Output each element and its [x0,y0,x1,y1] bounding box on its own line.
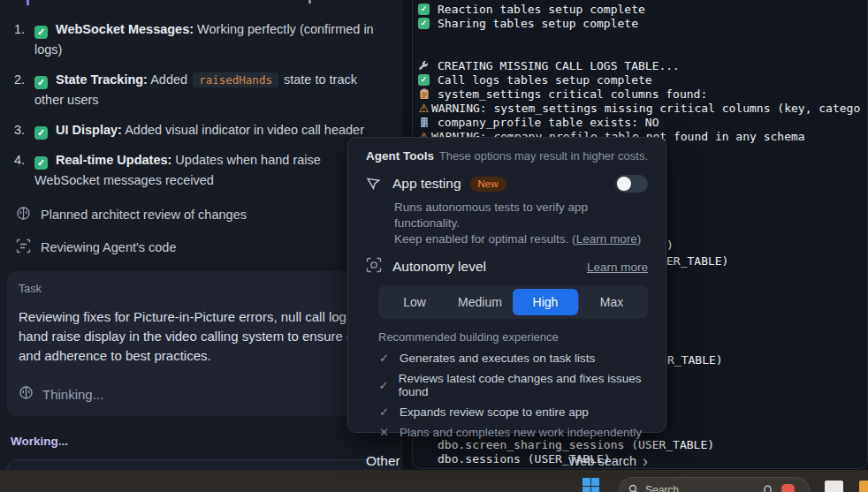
list-item: 3. ✓UI Display: Added visual indicator i… [14,120,389,140]
clipped-console-fragment: ER_TABLE) [666,254,728,268]
status-item-architect-review[interactable]: Planned architect review of changes [16,206,389,223]
app-testing-label: App testing [392,176,461,192]
feature-item: ✓Generates and executes on task lists [378,352,648,365]
other-section-label: Other [366,453,400,469]
status-label: Reviewing Agent's code [41,240,177,254]
list-number: 1. [14,19,34,60]
windows-start-button[interactable] [582,478,599,492]
brain-icon [19,385,34,403]
status-item-reviewing-code[interactable]: Reviewing Agent's code [16,238,389,256]
check-icon: ✓ [417,18,430,29]
app-testing-desc: Runs autonomous tests to verify app func… [394,200,648,231]
warning-icon: ⚠ [417,102,430,115]
popup-title: Agent Tools [366,149,434,163]
app-testing-toggle[interactable] [615,175,648,193]
check-icon: ✓ [417,4,430,15]
console-line: company_profile table exists: NO [413,115,867,129]
search-highlight-icon [764,485,772,492]
feature-item: ✕Plans and completes new work independen… [378,426,648,439]
autonomy-option-high[interactable]: High [513,289,578,315]
item-title: UI Display: [56,123,122,137]
check-icon: ✓ [417,74,430,86]
building-icon [417,117,430,128]
list-number: 2. [14,70,34,110]
agent-tools-popup: Agent Tools These options may result in … [347,137,666,433]
clipped-console-fragment: R_TABLE) [667,353,723,367]
item-title: State Tracking: [56,72,148,87]
popup-subtitle: These options may result in higher costs… [439,149,648,163]
console-line: ✓Reaction tables setup complete [413,2,867,16]
code-review-icon [16,238,31,256]
autonomy-segmented-control: Low Medium High Max [378,285,648,319]
console-line: system_settings critical columns found: [413,87,867,101]
autonomy-option-low[interactable]: Low [382,289,447,315]
list-item: 4. ✓Real-time Updates: Updates when hand… [14,150,389,191]
working-status: Working... [11,435,389,448]
new-badge: New [470,177,506,192]
check-icon: ✓ [378,352,390,365]
wrench-icon [417,60,430,72]
checklist: 1. ✓WebSocket Messages: Working perfectl… [14,19,389,191]
brain-icon [16,206,31,223]
autonomy-icon [366,257,382,276]
task-body-line: hand raise display in the video calling … [19,327,388,346]
recommendation-heading: Recommended building experience [378,330,648,344]
clipboard-icon [417,88,430,100]
search-placeholder: Search [645,484,679,492]
inline-code: raisedHands [193,72,278,87]
clipped-console-fragment: ) [666,238,674,252]
console-line: ✓Call logs tables setup complete [413,72,867,87]
task-body-line: Reviewing fixes for Picture-in-Picture e… [19,307,388,327]
check-icon: ✓ [378,405,390,419]
list-number: 4. [14,150,34,191]
task-body-line: and adherence to best practices. [19,346,388,366]
list-number: 3. [14,120,34,140]
task-card-header: Task [19,283,388,295]
item-text: Added [148,72,187,87]
taskbar-app-icon[interactable] [825,481,843,492]
clipped-text-remnant [308,0,311,4]
windows-taskbar: Search [0,470,868,492]
agent-chat-pane: 1. ✓WebSocket Messages: Working perfectl… [0,0,403,470]
chevron-right-icon: › [643,455,648,467]
learn-more-link[interactable]: Learn more [576,232,637,246]
check-icon: ✓ [34,26,48,39]
console-line: ⚠WARNING: system_settings missing critic… [413,101,867,115]
list-item: 2. ✓State Tracking: Added raisedHands st… [14,70,389,110]
feature-item: ✓Reviews latest code changes and fixes i… [378,372,648,398]
thinking-label: Thinking... [42,387,103,402]
check-icon: ✓ [34,126,48,140]
taskbar-app-icon[interactable] [859,481,868,492]
autonomy-learn-more-link[interactable]: Learn more [587,261,648,274]
clipped-text-remnant [27,0,29,5]
item-text: Added visual indicator in video call hea… [122,123,364,137]
search-daily-icon [781,484,795,492]
status-label: Planned architect review of changes [41,208,247,222]
thinking-status: Thinking... [19,385,388,403]
check-icon: ✓ [34,76,48,89]
feature-item: ✓Expands review scope to entire app [378,405,648,419]
console-line: ✓Sharing tables setup complete [413,16,867,30]
console-line: CREATING MISSING CALL LOGS TABLE... [413,58,867,72]
item-title: WebSocket Messages: [56,22,194,36]
x-icon: ✕ [378,426,390,439]
app-testing-desc: Keep enabled for optimal results. (Learn… [394,231,648,247]
web-search-item[interactable]: Web search› [568,454,648,468]
search-icon [628,482,639,492]
item-title: Real-time Updates: [56,153,171,167]
autonomy-option-medium[interactable]: Medium [447,289,513,315]
task-card: Task Reviewing fixes for Picture-in-Pict… [7,271,400,416]
check-icon: ✓ [34,156,48,170]
list-item: 1. ✓WebSocket Messages: Working perfectl… [14,19,389,60]
check-icon: ✓ [378,379,389,392]
taskbar-search-box[interactable]: Search [619,477,810,492]
autonomy-label: Autonomy level [392,259,486,275]
desktop: 1. ✓WebSocket Messages: Working perfectl… [0,0,868,492]
autonomy-option-max[interactable]: Max [579,289,644,315]
app-testing-icon [366,174,382,193]
console-line: dbo.screen_sharing_sessions (USER_TABLE) [438,438,714,452]
